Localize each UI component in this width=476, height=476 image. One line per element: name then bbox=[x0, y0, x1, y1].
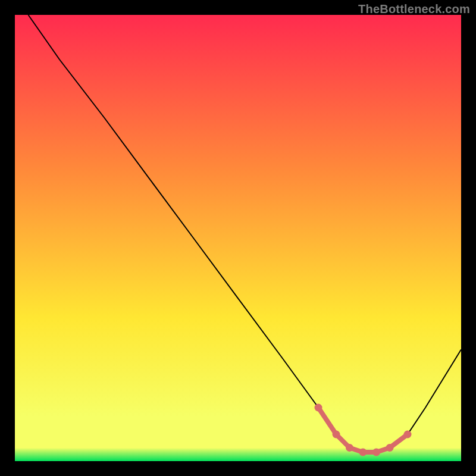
chart-frame: TheBottleneck.com bbox=[0, 0, 476, 476]
sweet-spot-dot bbox=[372, 449, 380, 456]
sweet-spot-dot bbox=[333, 431, 340, 439]
bottleneck-chart bbox=[0, 0, 476, 476]
sweet-spot-dot bbox=[346, 444, 353, 452]
plot-background bbox=[15, 15, 461, 461]
sweet-spot-dot bbox=[315, 404, 322, 412]
watermark-text: TheBottleneck.com bbox=[358, 2, 470, 16]
sweet-spot-dot bbox=[386, 444, 394, 452]
sweet-spot-dot bbox=[359, 449, 367, 456]
sweet-spot-dot bbox=[404, 431, 412, 439]
